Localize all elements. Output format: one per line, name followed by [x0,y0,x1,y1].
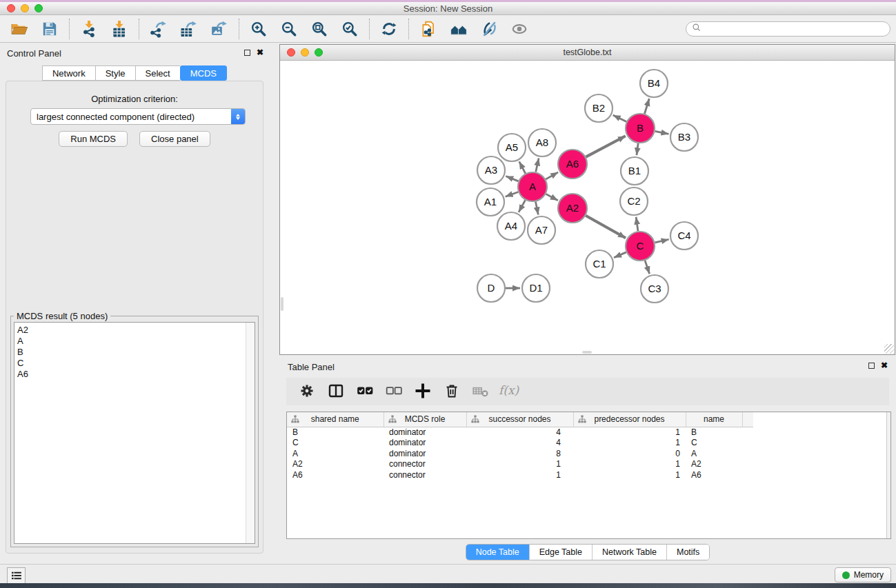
cell-name[interactable]: A [686,448,742,459]
node-A4[interactable]: A4 [497,212,525,240]
node-B2[interactable]: B2 [585,94,613,122]
node-A7[interactable]: A7 [528,216,555,244]
tab-select[interactable]: Select [135,65,180,81]
network-zoom-button[interactable] [315,48,323,57]
edge-C-C3[interactable] [645,261,650,274]
window-resize-grip[interactable] [884,344,894,354]
edge-C-C1[interactable] [614,252,626,258]
zoom-selected-button[interactable] [337,19,362,39]
edge-B-B1[interactable] [637,143,638,155]
edge-A-A3[interactable] [506,176,518,181]
network-from-selection-button[interactable] [416,19,441,39]
edge-B-B3[interactable] [655,131,669,134]
open-folder-button[interactable] [7,19,32,39]
tab-style[interactable]: Style [95,65,135,81]
edge-A-A2[interactable] [546,194,557,200]
delete-column-button[interactable] [439,381,464,403]
node-C4[interactable]: C4 [670,222,698,250]
search-field[interactable] [686,21,890,37]
export-network-button[interactable] [146,19,171,39]
tab-network[interactable]: Network [42,65,95,81]
close-window-button[interactable] [7,4,15,12]
cell-MCDS-role[interactable]: connector [384,469,466,480]
edge-A2-C[interactable] [586,216,626,238]
cell-shared-name[interactable]: A [287,448,384,459]
import-table-button[interactable] [107,19,132,39]
cell-predecessor-nodes[interactable]: 1 [573,459,686,470]
zoom-out-button[interactable] [277,19,301,39]
cell-successor-nodes[interactable]: 8 [466,448,573,459]
hide-graphics-details-button[interactable] [477,19,501,39]
delete-table-button[interactable] [468,381,493,403]
select-all-button[interactable] [352,381,377,403]
cell-name[interactable]: A2 [686,459,742,470]
cell-predecessor-nodes[interactable]: 1 [573,469,686,480]
canvas-horizontal-scroll-hint[interactable] [582,351,592,354]
node-A[interactable]: A [518,172,547,201]
node-B1[interactable]: B1 [621,157,648,185]
float-panel-icon[interactable] [244,50,250,56]
zoom-in-button[interactable] [246,19,271,39]
cell-shared-name[interactable]: A6 [287,469,384,480]
task-history-button[interactable] [7,567,26,584]
cell-name[interactable]: C [686,438,742,449]
cell-successor-nodes[interactable]: 1 [466,459,573,470]
column-header-successor-nodes[interactable]: successor nodes [466,412,573,427]
export-table-button[interactable] [177,19,201,39]
cell-name[interactable]: B [686,427,742,438]
result-list-item[interactable]: C [17,358,255,369]
column-header-shared-name[interactable]: shared name [287,412,384,427]
node-A3[interactable]: A3 [477,156,505,184]
result-list-item[interactable]: A6 [17,369,255,380]
cell-name[interactable]: A6 [686,469,742,480]
node-C[interactable]: C [626,232,655,261]
edge-A-A1[interactable] [506,192,519,196]
criterion-dropdown[interactable]: largest connected component (directed) [30,108,246,125]
edge-C-C4[interactable] [655,239,668,243]
minimize-window-button[interactable] [21,4,29,12]
node-A1[interactable]: A1 [477,188,504,216]
gear-button[interactable] [295,381,319,403]
run-mcds-button[interactable]: Run MCDS [59,131,128,147]
add-column-button[interactable] [410,381,435,403]
canvas-vertical-scroll-hint[interactable] [281,297,283,311]
network-minimize-button[interactable] [301,48,309,57]
deselect-all-button[interactable] [381,381,406,403]
close-table-panel-icon[interactable]: ✖ [881,362,888,369]
cell-predecessor-nodes[interactable]: 1 [573,427,686,438]
mcds-result-list[interactable]: A2ABCA6 [14,322,255,544]
cell-successor-nodes[interactable]: 4 [466,427,573,438]
cell-shared-name[interactable]: B [287,427,384,438]
node-C3[interactable]: C3 [641,275,668,303]
tab-network-table[interactable]: Network Table [593,545,667,560]
tab-mcds[interactable]: MCDS [180,65,227,81]
function-builder-button[interactable]: f(x) [497,381,522,403]
edge-B-B4[interactable] [644,99,649,114]
close-panel-icon[interactable]: ✖ [257,49,263,56]
node-B4[interactable]: B4 [640,70,668,97]
table-row[interactable]: Bdominator41B [287,427,753,438]
node-A2[interactable]: A2 [558,194,587,223]
node-A5[interactable]: A5 [498,134,526,161]
cell-MCDS-role[interactable]: dominator [384,427,466,438]
table-row[interactable]: Cdominator41C [287,438,753,449]
split-columns-button[interactable] [323,381,348,403]
tab-motifs[interactable]: Motifs [667,545,709,560]
refresh-button[interactable] [377,19,401,39]
column-header-name[interactable]: name [686,412,742,427]
network-window-titlebar[interactable]: testGlobe.txt [280,45,895,61]
tab-node-table[interactable]: Node Table [466,545,530,560]
result-list-item[interactable]: A [17,336,255,347]
node-A8[interactable]: A8 [528,129,556,156]
edge-C-C2[interactable] [636,217,638,231]
edge-A-A8[interactable] [536,158,539,172]
cell-successor-nodes[interactable]: 1 [466,469,573,480]
result-list-item[interactable]: B [17,347,255,358]
node-D[interactable]: D [477,274,505,302]
float-table-panel-icon[interactable] [868,363,875,369]
cybrowser-home-button[interactable] [446,19,471,39]
column-header-predecessor-nodes[interactable]: predecessor nodes [573,412,686,427]
network-close-button[interactable] [287,48,295,57]
zoom-window-button[interactable] [34,4,43,12]
cell-MCDS-role[interactable]: dominator [384,438,466,449]
